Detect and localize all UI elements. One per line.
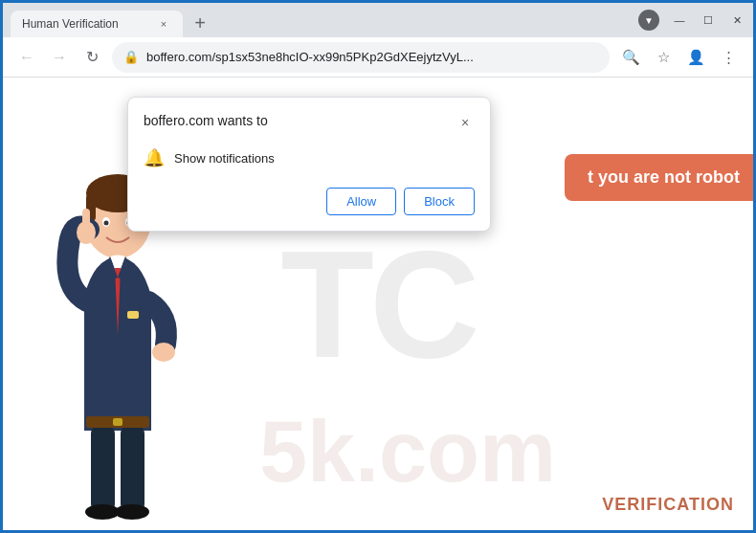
url-text: boffero.com/sp1sx53ne8hcIO-xx99n5PKp2GdX… bbox=[146, 50, 598, 64]
address-icons: 🔍 ☆ 👤 ⋮ bbox=[617, 44, 742, 71]
robot-button-text: t you are not robot bbox=[588, 167, 740, 187]
address-bar: ← → ↻ 🔒 boffero.com/sp1sx53ne8hcIO-xx99n… bbox=[3, 37, 753, 78]
menu-icon[interactable]: ⋮ bbox=[715, 44, 742, 71]
svg-rect-10 bbox=[91, 426, 115, 512]
bookmark-icon[interactable]: ☆ bbox=[650, 44, 677, 71]
browser-tab[interactable]: Human Verification × bbox=[11, 11, 183, 37]
back-button[interactable]: ← bbox=[14, 45, 39, 70]
watermark-tc: TC bbox=[280, 216, 475, 392]
url-bar[interactable]: 🔒 boffero.com/sp1sx53ne8hcIO-xx99n5PKp2G… bbox=[112, 42, 610, 73]
dialog-close-button[interactable]: × bbox=[456, 113, 475, 132]
tab-area: Human Verification × + bbox=[11, 3, 627, 37]
profile-icon[interactable]: 👤 bbox=[682, 44, 709, 71]
forward-button[interactable]: → bbox=[47, 45, 72, 70]
close-button[interactable]: ✕ bbox=[728, 11, 745, 29]
svg-rect-16 bbox=[127, 311, 139, 319]
reload-button[interactable]: ↻ bbox=[79, 45, 104, 70]
search-icon[interactable]: 🔍 bbox=[617, 44, 644, 71]
dialog-header: boffero.com wants to × bbox=[144, 113, 475, 132]
block-button[interactable]: Block bbox=[404, 188, 475, 215]
svg-rect-11 bbox=[121, 426, 145, 512]
dialog-buttons: Allow Block bbox=[144, 188, 475, 215]
tab-close-button[interactable]: × bbox=[156, 16, 171, 32]
notification-dialog: boffero.com wants to × 🔔 Show notificati… bbox=[127, 97, 491, 232]
tab-title: Human Verification bbox=[22, 17, 148, 31]
bell-icon: 🔔 bbox=[144, 147, 165, 168]
title-bar: Human Verification × + ▼ — ☐ ✕ bbox=[3, 3, 753, 37]
minimize-button[interactable]: — bbox=[671, 11, 688, 29]
svg-rect-8 bbox=[82, 209, 90, 233]
download-indicator[interactable]: ▼ bbox=[638, 10, 659, 31]
dialog-notification-row: 🔔 Show notifications bbox=[144, 144, 475, 172]
maximize-button[interactable]: ☐ bbox=[700, 11, 717, 29]
verification-label: VERIFICATION bbox=[602, 495, 734, 515]
watermark-bottom: 5k.com bbox=[259, 403, 556, 501]
browser-frame: Human Verification × + ▼ — ☐ ✕ ← → ↻ 🔒 b… bbox=[3, 3, 753, 530]
svg-point-9 bbox=[152, 343, 175, 362]
new-tab-button[interactable]: + bbox=[187, 10, 213, 36]
robot-button[interactable]: t you are not robot bbox=[565, 154, 753, 201]
page-content: TC 5k.com bbox=[3, 78, 753, 530]
dialog-title: boffero.com wants to bbox=[144, 113, 268, 128]
svg-point-5 bbox=[104, 221, 109, 226]
lock-icon: 🔒 bbox=[123, 50, 139, 64]
window-controls: ▼ — ☐ ✕ bbox=[638, 10, 745, 31]
svg-point-13 bbox=[115, 504, 149, 520]
svg-rect-15 bbox=[113, 418, 122, 426]
svg-point-12 bbox=[85, 504, 120, 520]
allow-button[interactable]: Allow bbox=[326, 188, 396, 215]
notification-label: Show notifications bbox=[174, 151, 275, 166]
